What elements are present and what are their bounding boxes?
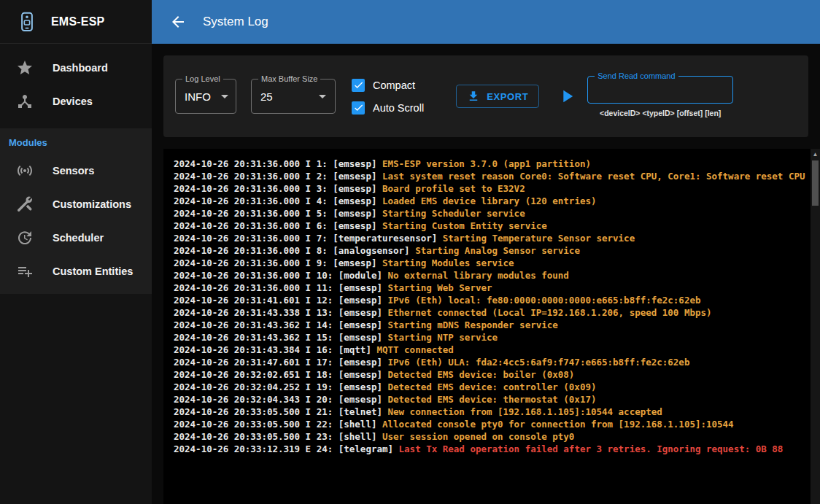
log-row: 2024-10-26 20:31:41.601 I 12: [emsesp] I… <box>174 294 810 306</box>
log-row: 2024-10-26 20:31:43.362 I 15: [emsesp] S… <box>174 331 810 344</box>
sidebar-item-label: Scheduler <box>53 232 104 244</box>
sidebar-item-label: Dashboard <box>53 62 108 74</box>
playlist-add-icon <box>16 263 34 280</box>
log-row: 2024-10-26 20:31:43.384 I 16: [mqtt] MQT… <box>174 344 810 356</box>
download-icon <box>467 90 480 103</box>
log-row-message: Starting Analog Sensor service <box>415 245 580 256</box>
log-scrollbar[interactable]: ▲ <box>811 149 820 504</box>
auto-scroll-checkbox[interactable]: Auto Scroll <box>352 101 424 115</box>
export-button[interactable]: EXPORT <box>456 85 539 108</box>
log-row: 2024-10-26 20:31:36.000 I 5: [emsesp] St… <box>174 207 810 220</box>
send-read-field: Send Read command <box>587 76 733 104</box>
send-command-button[interactable] <box>557 86 577 106</box>
log-row-prefix: 2024-10-26 20:33:12.319 E 24: [telegram] <box>174 443 399 454</box>
log-row: 2024-10-26 20:31:36.000 I 10: [module] N… <box>174 269 810 282</box>
page-title: System Log <box>203 15 268 29</box>
log-row-prefix: 2024-10-26 20:31:47.601 I 17: [emsesp] <box>174 357 388 368</box>
log-row-message: Loaded EMS device library (120 entries) <box>382 195 597 206</box>
log-row-message: No external library modules found <box>388 270 569 281</box>
max-buffer-select[interactable]: Max Buffer Size 25 <box>251 79 336 114</box>
log-row-prefix: 2024-10-26 20:31:36.000 I 5: [emsesp] <box>174 208 382 219</box>
star-icon <box>16 59 34 77</box>
log-controls-card: Log Level INFO Max Buffer Size 25 Compac… <box>163 55 808 137</box>
chevron-down-icon <box>221 95 228 98</box>
auto-scroll-label: Auto Scroll <box>373 102 424 114</box>
log-row-message: Starting Modules service <box>382 257 514 268</box>
log-row: 2024-10-26 20:31:47.601 I 17: [emsesp] I… <box>174 356 810 368</box>
log-row-prefix: 2024-10-26 20:31:43.362 I 15: [emsesp] <box>174 332 388 343</box>
log-row: 2024-10-26 20:31:36.000 I 2: [emsesp] La… <box>174 170 810 182</box>
log-row-prefix: 2024-10-26 20:32:04.343 I 20: [emsesp] <box>174 394 388 405</box>
sidebar-item-sensors[interactable]: Sensors <box>0 154 152 187</box>
sidebar-item-custom-entities[interactable]: Custom Entities <box>0 255 152 288</box>
back-button[interactable] <box>162 6 194 38</box>
arrow-left-icon <box>169 13 187 31</box>
log-lines: 2024-10-26 20:31:36.000 I 1: [emsesp] EM… <box>163 149 820 464</box>
update-clock-icon <box>16 229 34 247</box>
log-row: 2024-10-26 20:31:36.000 I 3: [emsesp] Bo… <box>174 182 810 195</box>
chevron-down-icon <box>319 95 326 98</box>
log-row-prefix: 2024-10-26 20:31:36.000 I 2: [emsesp] <box>174 171 382 182</box>
play-icon <box>557 86 577 106</box>
log-row-message: Starting Custom Entity service <box>382 220 547 231</box>
checkbox-checked-icon <box>352 101 365 115</box>
log-row-prefix: 2024-10-26 20:31:41.601 I 12: [emsesp] <box>174 295 388 306</box>
log-row-message: IPv6 (Eth) ULA: fda2:4cc5:6af9:f747:e665… <box>388 357 690 368</box>
log-row-prefix: 2024-10-26 20:32:02.651 I 18: [emsesp] <box>174 369 388 380</box>
sidebar-item-label: Sensors <box>53 165 94 177</box>
log-row-message: Board profile set to E32V2 <box>382 183 525 194</box>
log-row: 2024-10-26 20:33:05.500 I 23: [shell] Us… <box>174 430 810 443</box>
log-row: 2024-10-26 20:31:43.362 I 14: [emsesp] S… <box>174 319 810 331</box>
log-row-message: Starting mDNS Responder service <box>388 319 558 330</box>
log-row-prefix: 2024-10-26 20:31:36.000 I 1: [emsesp] <box>174 158 382 169</box>
sidebar-item-label: Customizations <box>53 198 131 210</box>
log-row: 2024-10-26 20:31:43.338 I 13: [emsesp] E… <box>174 306 810 319</box>
log-row: 2024-10-26 20:32:04.343 I 20: [emsesp] D… <box>174 393 810 406</box>
log-row-prefix: 2024-10-26 20:33:05.500 I 21: [telnet] <box>174 406 388 417</box>
construction-icon <box>16 195 34 213</box>
scroll-up-arrow-icon[interactable]: ▲ <box>813 149 819 160</box>
max-buffer-label: Max Buffer Size <box>258 74 320 83</box>
log-row-message: Starting Web Server <box>388 282 492 293</box>
sensors-icon <box>16 162 34 179</box>
log-row-message: Ethernet connected (Local IP=192.168.1.2… <box>388 307 712 318</box>
log-row: 2024-10-26 20:31:36.000 I 11: [emsesp] S… <box>174 282 810 294</box>
log-row-prefix: 2024-10-26 20:31:43.362 I 14: [emsesp] <box>174 319 388 330</box>
log-row-message: Last Tx Read operation failed after 3 re… <box>399 443 784 454</box>
checkbox-checked-icon <box>352 79 365 92</box>
compact-checkbox[interactable]: Compact <box>352 79 424 92</box>
sidebar-item-scheduler[interactable]: Scheduler <box>0 221 152 255</box>
log-row-message: EMS-ESP version 3.7.0 (app1 partition) <box>382 158 591 169</box>
log-level-label: Log Level <box>182 74 223 83</box>
log-level-select[interactable]: Log Level INFO <box>175 79 236 114</box>
log-row-prefix: 2024-10-26 20:31:36.000 I 10: [module] <box>174 270 388 281</box>
sidebar-item-customizations[interactable]: Customizations <box>0 187 152 221</box>
modules-header: Modules <box>0 128 152 154</box>
log-row-prefix: 2024-10-26 20:33:05.500 I 22: [shell] <box>174 419 382 430</box>
log-row-prefix: 2024-10-26 20:33:05.500 I 23: [shell] <box>174 431 382 442</box>
log-row-message: Detected EMS device: thermostat (0x17) <box>388 394 597 405</box>
log-level-value: INFO <box>185 90 211 103</box>
sidebar: EMS-ESP Dashboard Devices Modules <box>0 0 152 504</box>
log-row: 2024-10-26 20:31:36.000 I 7: [temperatur… <box>174 232 810 244</box>
content: Log Level INFO Max Buffer Size 25 Compac… <box>152 44 820 504</box>
log-row-prefix: 2024-10-26 20:31:36.000 I 3: [emsesp] <box>174 183 382 194</box>
sidebar-item-dashboard[interactable]: Dashboard <box>0 51 152 85</box>
log-row-message: Starting Temperature Sensor service <box>443 233 635 244</box>
sidebar-item-label: Custom Entities <box>53 265 133 277</box>
log-row-prefix: 2024-10-26 20:31:36.000 I 9: [emsesp] <box>174 257 382 268</box>
send-read-input[interactable] <box>597 83 724 96</box>
send-read-helper: <deviceID> <typeID> [offset] [len] <box>600 109 721 117</box>
app-title: EMS-ESP <box>51 15 104 28</box>
log-row-prefix: 2024-10-26 20:31:43.384 I 16: [mqtt] <box>174 344 376 355</box>
checkbox-group: Compact Auto Scroll <box>352 79 424 115</box>
log-row-prefix: 2024-10-26 20:31:36.000 I 7: [temperatur… <box>174 233 443 244</box>
max-buffer-value: 25 <box>260 90 273 103</box>
modules-section: Modules Sensors Customizations <box>0 128 152 294</box>
log-row: 2024-10-26 20:33:12.319 E 24: [telegram]… <box>174 443 810 455</box>
log-row-message: Detected EMS device: boiler (0x08) <box>388 369 575 380</box>
sidebar-item-devices[interactable]: Devices <box>0 85 152 118</box>
main: System Log Log Level INFO Max Buffer Siz… <box>152 0 820 504</box>
scrollbar-thumb[interactable] <box>812 160 819 206</box>
log-output[interactable]: 2024-10-26 20:31:36.000 I 1: [emsesp] EM… <box>163 149 820 504</box>
